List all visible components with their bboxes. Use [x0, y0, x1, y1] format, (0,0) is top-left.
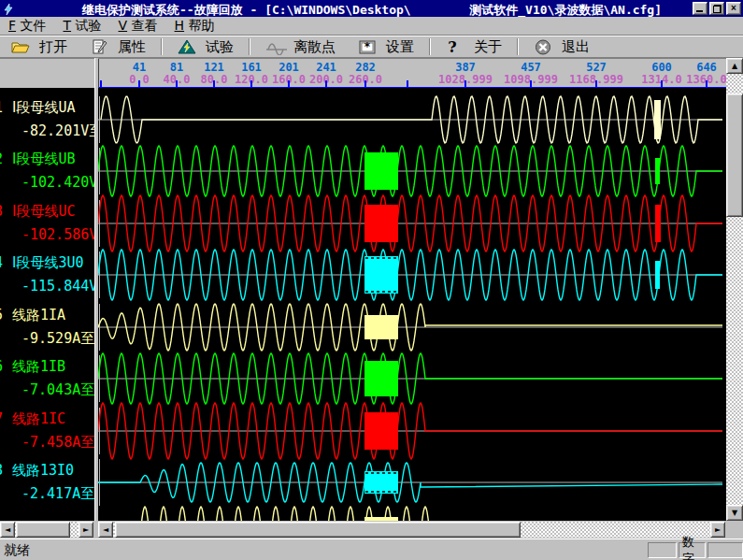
toolbar-separator	[161, 38, 163, 55]
vertical-scrollbar[interactable]: ▲ ▼	[726, 58, 743, 521]
toolbar-button-label: 试验	[206, 38, 234, 56]
sidebar-horizontal-scrollbar[interactable]: ◄ ►	[0, 522, 93, 538]
ruler-band: 410.08140.012180.0161120.0201160.0241200…	[0, 58, 743, 88]
toolbar-button-试验[interactable]: 试验	[166, 36, 245, 57]
channel-number: 4	[0, 254, 3, 271]
channel-number: 5	[0, 307, 3, 323]
toolbar-button-打开[interactable]: 打开	[0, 36, 79, 57]
close-button[interactable]: ×	[726, 2, 741, 15]
scroll-up-button[interactable]: ▲	[726, 58, 743, 74]
settings-icon: *	[358, 39, 377, 55]
channel-name: Ⅰ段母线3U0	[12, 254, 84, 271]
menu-hotkey: T	[64, 18, 72, 33]
sidebar-scroll-thumb[interactable]	[16, 522, 70, 538]
toolbar-separator	[517, 38, 519, 55]
right-arrow-icon: ►	[83, 525, 89, 534]
toolbar-button-label: 离散点	[293, 38, 336, 56]
ruler-tick	[325, 80, 327, 87]
waveform-scroll-right-button[interactable]: ►	[710, 522, 725, 538]
cursor-mark-1	[654, 100, 661, 139]
channel-range: -102.586V至	[21, 226, 94, 243]
svg-text:?: ?	[448, 39, 456, 55]
event-square-7	[364, 412, 398, 450]
ruler-sample-label: 241	[316, 61, 336, 74]
discrete-points-icon	[265, 39, 284, 55]
event-square-2	[364, 152, 398, 190]
ruler-tick	[464, 80, 466, 87]
about-icon: ?	[446, 39, 464, 55]
toolbar-button-label: 关于	[474, 38, 502, 56]
title-bar: 继电保护测试系统--故障回放 - [C:\WINDOWS\Desktop\ 测试…	[0, 0, 743, 17]
toolbar-separator	[249, 38, 250, 55]
ruler-tick	[530, 80, 532, 87]
ruler-sample-label: 387	[455, 61, 476, 74]
down-arrow-icon: ▼	[732, 509, 737, 517]
channel-number: 3	[0, 203, 3, 220]
horizontal-scroll-row: ◄ ► ◄ ►	[0, 521, 743, 538]
toolbar-button-关于[interactable]: ?关于	[435, 36, 513, 57]
app-window: 继电保护测试系统--故障回放 - [C:\WINDOWS\Desktop\ 测试…	[0, 0, 743, 560]
app-icon[interactable]	[2, 2, 15, 15]
channel-range: -82.201V至8	[21, 122, 94, 139]
vertical-scroll-track[interactable]	[726, 74, 743, 505]
channel-range: -9.529A至14	[21, 330, 94, 347]
toolbar-button-label: 设置	[386, 38, 414, 56]
channel-number: 8	[0, 462, 3, 479]
cursor-mark-4	[655, 261, 660, 289]
toolbar-button-属性[interactable]: 属性	[79, 36, 157, 57]
ruler-sample-label: 121	[204, 61, 224, 74]
channel-range: -7.458A至7.	[21, 434, 94, 451]
test-icon	[178, 39, 196, 55]
sidebar-scroll-left-button[interactable]: ◄	[0, 522, 15, 538]
channel-name: Ⅰ段母线UA	[12, 99, 76, 116]
menu-item-查看[interactable]: V 查看	[110, 17, 166, 36]
properties-icon	[90, 39, 108, 55]
channel-name: 线路13I0	[12, 462, 74, 479]
restore-icon	[713, 5, 722, 13]
toolbar-button-设置[interactable]: *设置	[347, 36, 425, 57]
channel-number: 6	[0, 358, 3, 375]
status-panel-blank-2	[707, 542, 743, 558]
toolbar: 打开属性试验离散点*设置?关于退出	[0, 36, 743, 58]
ruler-tick	[407, 80, 408, 87]
waveform-scroll-left-button[interactable]: ◄	[98, 522, 113, 538]
channel-name: 线路1IC	[12, 410, 65, 427]
menu-item-试验[interactable]: T 试验	[55, 17, 110, 36]
status-ready-text: 就绪	[4, 542, 30, 559]
event-square-8	[364, 471, 398, 494]
toolbar-button-离散点[interactable]: 离散点	[254, 36, 347, 57]
waveform-scroll-track[interactable]	[113, 522, 710, 538]
sidebar-scroll-track[interactable]	[15, 522, 79, 538]
waveform-area[interactable]	[98, 88, 726, 521]
minimize-button[interactable]	[693, 2, 707, 15]
waveform-horizontal-scrollbar[interactable]: ◄ ►	[98, 522, 725, 538]
channel-range: -7.043A至7.	[21, 381, 94, 398]
menu-item-帮助[interactable]: H 帮助	[166, 17, 223, 36]
toolbar-button-label: 退出	[562, 38, 590, 56]
scroll-down-button[interactable]: ▼	[726, 505, 743, 521]
status-panel-mode: 数字	[679, 542, 706, 558]
menu-item-文件[interactable]: F 文件	[0, 17, 55, 36]
waveform-scroll-thumb[interactable]	[115, 522, 521, 538]
cursor-mark-2	[655, 158, 660, 184]
channel-name: 线路1IA	[12, 307, 65, 323]
event-square-3	[364, 205, 398, 242]
ruler-tick	[138, 80, 140, 87]
toolbar-button-label: 打开	[39, 38, 67, 56]
channel-range: -2.417A至4.	[21, 485, 94, 502]
restore-button[interactable]	[709, 2, 724, 15]
svg-text:*: *	[364, 40, 371, 53]
sidebar-scroll-right-button[interactable]: ►	[79, 522, 93, 538]
ruler-sample-label: 527	[586, 61, 607, 74]
ruler-tick	[661, 80, 663, 87]
vertical-scroll-thumb[interactable]	[726, 93, 743, 217]
menu-hotkey: H	[175, 18, 185, 33]
ruler-tick	[250, 80, 252, 87]
up-arrow-icon: ▲	[732, 62, 737, 70]
ruler-sample-label: 41	[133, 61, 146, 74]
event-square-6	[364, 361, 398, 396]
ruler-tick	[288, 80, 290, 87]
menu-hotkey: F	[8, 18, 16, 33]
toolbar-button-退出[interactable]: 退出	[522, 36, 601, 57]
right-arrow-icon: ►	[715, 525, 721, 534]
